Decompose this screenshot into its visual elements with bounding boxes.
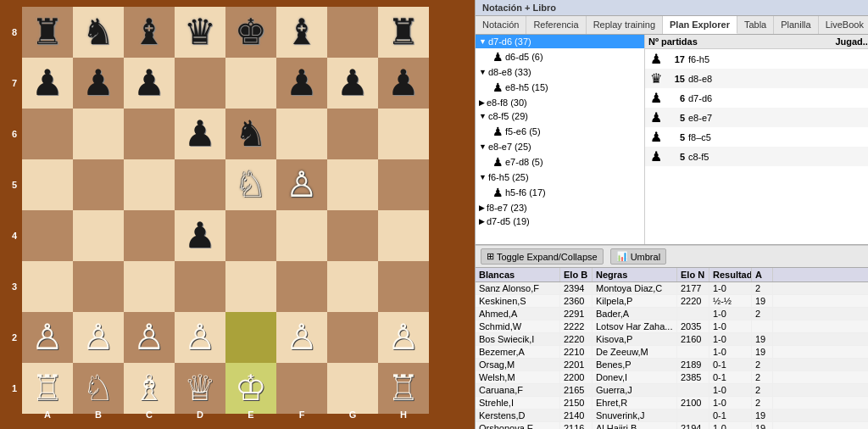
game-row[interactable]: Orshonova,E 2116 Al Hajiri,B 2194 1-0 19 (476, 422, 868, 429)
cell-b7[interactable]: ♟ (73, 58, 124, 109)
cell-c1[interactable]: ♗ (124, 363, 175, 414)
cell-a4[interactable] (22, 210, 73, 261)
cell-f2[interactable]: ♙ (276, 312, 327, 363)
cell-g5[interactable] (327, 159, 378, 210)
cell-b8[interactable]: ♞ (73, 7, 124, 58)
cell-c2[interactable]: ♙ (124, 312, 175, 363)
toggle-expand-collapse-button[interactable]: ⊞ Toggle Expand/Collapse (481, 248, 604, 265)
game-row[interactable]: Kerstens,D 2140 Snuverink,J 0-1 19 (476, 410, 868, 422)
plan-item[interactable]: ♟e8-h5 (15) (476, 79, 644, 96)
game-row[interactable]: Strehle,I 2150 Ehret,R 2100 1-0 2 (476, 397, 868, 410)
stats-row[interactable]: ♟17f6-h5 (645, 49, 868, 69)
cell-h5[interactable] (378, 159, 429, 210)
cell-b6[interactable] (73, 109, 124, 159)
cell-f4[interactable] (276, 210, 327, 261)
cell-a3[interactable] (22, 261, 73, 312)
cell-b5[interactable] (73, 159, 124, 210)
stats-row[interactable]: ♟5c8-f5 (645, 147, 868, 166)
stats-row[interactable]: ♟5e8-e7 (645, 108, 868, 127)
plan-item[interactable]: ♟h5-f6 (17) (476, 184, 644, 201)
cell-a5[interactable] (22, 159, 73, 210)
game-row[interactable]: Keskinen,S 2360 Kilpela,P 2220 ½-½ 19 (476, 295, 868, 308)
game-row[interactable]: Ahmed,A 2291 Bader,A 1-0 2 (476, 308, 868, 320)
cell-d3[interactable] (175, 261, 225, 312)
cell-a6[interactable] (22, 109, 73, 159)
game-row[interactable]: Bos Swiecik,I 2220 Kisova,P 2160 1-0 19 (476, 333, 868, 346)
tab-livebook[interactable]: LiveBook (819, 16, 868, 34)
game-row[interactable]: Schmid,W 2222 Lotsov Har Zaha... 2035 1-… (476, 320, 868, 333)
cell-h4[interactable] (378, 210, 429, 261)
plan-item[interactable]: ▼e8-e7 (25) (476, 140, 644, 153)
cell-c7[interactable]: ♟ (124, 58, 175, 109)
cell-g3[interactable] (327, 261, 378, 312)
cell-a2[interactable]: ♙ (22, 312, 73, 363)
cell-h2[interactable]: ♙ (378, 312, 429, 363)
game-row[interactable]: Orsag,M 2201 Benes,P 2189 0-1 2 (476, 359, 868, 371)
cell-f6[interactable] (276, 109, 327, 159)
cell-d2[interactable]: ♙ (175, 312, 225, 363)
game-row[interactable]: Caruana,F 2165 Guerra,J 1-0 2 (476, 384, 868, 397)
cell-d5[interactable] (175, 159, 225, 210)
stats-row[interactable]: ♟6d7-d6 (645, 88, 868, 108)
cell-g2[interactable] (327, 312, 378, 363)
cell-e2[interactable] (225, 312, 276, 363)
tab-planilla[interactable]: Planilla (774, 16, 818, 34)
cell-d4[interactable]: ♟ (175, 210, 225, 261)
stats-row[interactable]: ♛15d8-e8 (645, 69, 868, 88)
cell-g1[interactable] (327, 363, 378, 414)
cell-g8[interactable] (327, 7, 378, 58)
cell-a7[interactable]: ♟ (22, 58, 73, 109)
cell-e6[interactable]: ♞ (225, 109, 276, 159)
game-row[interactable]: Welsh,M 2200 Donev,I 2385 0-1 2 (476, 371, 868, 384)
cell-a1[interactable]: ♖ (22, 363, 73, 414)
cell-h1[interactable]: ♖ (378, 363, 429, 414)
plan-item[interactable]: ♟e7-d8 (5) (476, 153, 644, 170)
cell-e8[interactable]: ♚ (225, 7, 276, 58)
plan-item[interactable]: ♟d6-d5 (6) (476, 48, 644, 65)
cell-b3[interactable] (73, 261, 124, 312)
plan-item[interactable]: ▶d7-d5 (19) (476, 214, 644, 228)
tab-referencia[interactable]: Referencia (526, 16, 586, 34)
plan-item[interactable]: ▼d7-d6 (37) (476, 35, 644, 48)
cell-f3[interactable] (276, 261, 327, 312)
cell-a8[interactable]: ♜ (22, 7, 73, 58)
cell-b2[interactable]: ♙ (73, 312, 124, 363)
plan-item[interactable]: ▼f6-h5 (25) (476, 170, 644, 184)
tab-replay[interactable]: Replay training (587, 16, 663, 34)
plan-item[interactable]: ♟f5-e6 (5) (476, 123, 644, 140)
cell-c8[interactable]: ♝ (124, 7, 175, 58)
cell-h7[interactable]: ♟ (378, 58, 429, 109)
plan-item[interactable]: ▼d8-e8 (33) (476, 65, 644, 79)
chess-board[interactable]: ♜ ♞ ♝ ♛ ♚ ♝ ♜ ♟ ♟ ♟ ♟ ♟ ♟ ♟ ♞ (22, 7, 429, 414)
cell-c6[interactable] (124, 109, 175, 159)
cell-c5[interactable] (124, 159, 175, 210)
cell-d7[interactable] (175, 58, 225, 109)
tab-notation[interactable]: Notación (476, 16, 526, 34)
umbral-button[interactable]: 📊 Umbral (610, 248, 666, 265)
cell-f5[interactable]: ♙ (276, 159, 327, 210)
cell-d8[interactable]: ♛ (175, 7, 225, 58)
plan-item[interactable]: ▶f8-e7 (23) (476, 201, 644, 214)
cell-e5[interactable]: ♘ (225, 159, 276, 210)
cell-h6[interactable] (378, 109, 429, 159)
tab-tabla[interactable]: Tabla (737, 16, 774, 34)
game-row[interactable]: Sanz Alonso,F 2394 Montoya Diaz,C 2177 1… (476, 282, 868, 295)
tab-plan-explorer[interactable]: Plan Explorer (663, 16, 737, 34)
cell-f1[interactable] (276, 363, 327, 414)
cell-g4[interactable] (327, 210, 378, 261)
cell-b1[interactable]: ♘ (73, 363, 124, 414)
cell-b4[interactable] (73, 210, 124, 261)
cell-h8[interactable]: ♜ (378, 7, 429, 58)
plan-item[interactable]: ▶e8-f8 (30) (476, 96, 644, 109)
stats-row[interactable]: ♟5f8–c5 (645, 127, 868, 147)
cell-e1[interactable]: ♔ (225, 363, 276, 414)
cell-f7[interactable]: ♟ (276, 58, 327, 109)
cell-e3[interactable] (225, 261, 276, 312)
cell-f8[interactable]: ♝ (276, 7, 327, 58)
cell-h3[interactable] (378, 261, 429, 312)
cell-g7[interactable]: ♟ (327, 58, 378, 109)
cell-c3[interactable] (124, 261, 175, 312)
plan-item[interactable]: ▼c8-f5 (29) (476, 109, 644, 123)
cell-e4[interactable] (225, 210, 276, 261)
cell-c4[interactable] (124, 210, 175, 261)
